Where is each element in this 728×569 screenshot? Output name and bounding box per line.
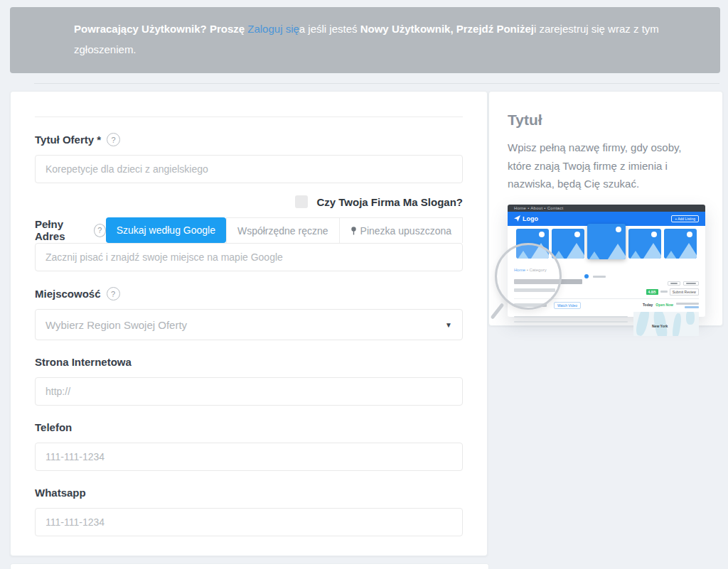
phone-label: Telefon bbox=[35, 421, 72, 433]
map-pin-icon bbox=[350, 227, 357, 235]
tab-search-google[interactable]: Szukaj według Google bbox=[106, 217, 226, 243]
returning-user-banner: Powracający Użytkownik? Proszę Zaloguj s… bbox=[10, 7, 720, 73]
preview-map-label: New York bbox=[652, 324, 668, 328]
preview-photo-card bbox=[552, 229, 584, 259]
city-label: Miejscowość ? bbox=[35, 287, 120, 300]
slogan-checkbox-label: Czy Twoja Firma Ma Slogan? bbox=[316, 196, 463, 208]
next-section-card bbox=[10, 563, 489, 569]
preview-map: New York bbox=[633, 312, 699, 336]
whatsapp-input[interactable] bbox=[35, 508, 463, 536]
preview-photo-card bbox=[587, 224, 626, 259]
website-label: Strona Internetowa bbox=[35, 356, 132, 368]
help-icon[interactable]: ? bbox=[94, 224, 106, 237]
preview-logo: Logo bbox=[514, 215, 538, 222]
preview-action-buttons bbox=[668, 274, 699, 287]
banner-text-bold-2: Nowy Użytkownik, Przejdź Poniżej bbox=[360, 23, 534, 35]
banner-text: a jeśli jesteś bbox=[299, 23, 358, 35]
preview-photo-card bbox=[628, 229, 661, 259]
preview-open-now: Open Now bbox=[655, 303, 673, 307]
address-input[interactable] bbox=[35, 243, 463, 271]
listing-form-card: Tytuł Oferty * ? Czy Twoja Firma Ma Slog… bbox=[10, 91, 488, 556]
preview-add-listing-button: + Add Listing bbox=[671, 215, 699, 222]
address-mode-tabs: Szukaj według Google Współrzędne ręczne … bbox=[106, 217, 463, 243]
website-input[interactable] bbox=[35, 377, 463, 406]
offer-title-input[interactable] bbox=[35, 155, 463, 183]
preview-topbar-breadcrumb: Home • About • Contact bbox=[514, 206, 564, 210]
region-select[interactable]: Wybierz Region Swojej Oferty ▼ bbox=[35, 309, 463, 340]
sidebar-heading: Tytuł bbox=[508, 112, 704, 129]
preview-watch-video-button: Watch Video bbox=[554, 302, 581, 309]
phone-input[interactable] bbox=[35, 443, 463, 471]
tab-manual-coordinates[interactable]: Współrzędne ręczne bbox=[226, 217, 339, 243]
listing-preview-illustration: Home • About • Contact Logo + Add Listin… bbox=[508, 205, 705, 317]
login-link[interactable]: Zaloguj się bbox=[247, 23, 299, 35]
tab-dropped-pin[interactable]: Pinezka upuszczona bbox=[339, 217, 463, 243]
slogan-checkbox[interactable] bbox=[295, 195, 308, 208]
preview-rating-badge: 4.8/5 bbox=[646, 289, 658, 295]
help-icon[interactable]: ? bbox=[107, 133, 120, 146]
preview-today-label: Today bbox=[643, 303, 653, 307]
preview-topbar: Home • About • Contact bbox=[508, 205, 705, 212]
divider bbox=[34, 83, 719, 84]
address-label: Pełny Adres ? bbox=[35, 218, 106, 242]
help-icon[interactable]: ? bbox=[107, 287, 120, 300]
verified-icon bbox=[584, 274, 589, 278]
paper-plane-icon bbox=[514, 215, 520, 222]
help-sidebar-card: Tytuł Wpisz pełną nazwę firmy, gdy osoby… bbox=[488, 91, 723, 326]
whatsapp-label: Whatsapp bbox=[35, 487, 86, 499]
offer-title-label: Tytuł Oferty * ? bbox=[35, 133, 120, 146]
page: Powracający Użytkownik? Proszę Zaloguj s… bbox=[0, 0, 728, 569]
magnifier-icon bbox=[495, 243, 562, 310]
preview-submit-review-button: Submit Review bbox=[670, 288, 699, 296]
banner-text-bold: Powracający Użytkownik? Proszę bbox=[74, 23, 245, 35]
preview-photo-card bbox=[664, 229, 697, 259]
sidebar-description: Wpisz pełną nazwę firmy, gdy osoby, któr… bbox=[508, 139, 704, 193]
chevron-down-icon: ▼ bbox=[445, 321, 452, 329]
region-select-value: Wybierz Region Swojej Oferty bbox=[46, 319, 187, 331]
divider bbox=[35, 116, 463, 117]
